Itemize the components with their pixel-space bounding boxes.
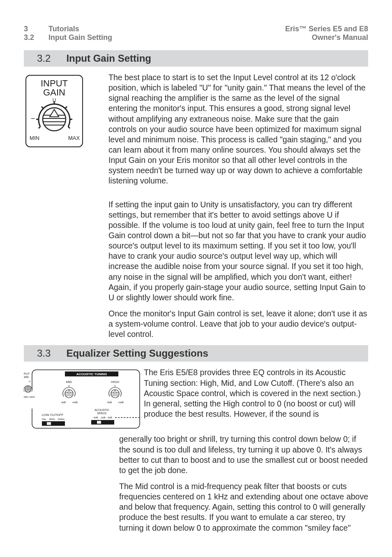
- header-left: 3 Tutorials 3.2 Input Gain Setting: [24, 25, 112, 42]
- banner-label: ACOUSTIC TUNING: [76, 372, 107, 376]
- figure-label-min: MIN: [30, 135, 39, 141]
- para-indent-3-2: If setting the input gain to Unity is un…: [108, 200, 368, 340]
- content-block-3-3: PUT AIN U MIN MAX ACOUSTIC TUNING MID 0: [24, 367, 368, 431]
- para-3-3-1a: The Eris E5/E8 provides three EQ control…: [144, 367, 368, 419]
- mid-plus-label: +6dB: [72, 401, 78, 404]
- acoustic-tuning-figure: PUT AIN U MIN MAX ACOUSTIC TUNING MID 0: [24, 367, 141, 431]
- svg-text:PUT: PUT: [24, 372, 30, 375]
- figure-label-max: MAX: [68, 135, 80, 141]
- header-row-1: 3 Tutorials: [24, 25, 112, 33]
- svg-text:U: U: [29, 380, 30, 383]
- svg-text:ACOUSTIC: ACOUSTIC: [95, 408, 109, 411]
- para-3-3-2: The Mid control is a mid-frequency peak …: [119, 481, 368, 533]
- header-section-num: 3.2: [24, 33, 48, 42]
- svg-text:−: −: [31, 114, 35, 123]
- flat-label: Flat: [42, 418, 46, 420]
- para-3-2-1: The best place to start is to set the In…: [108, 72, 368, 186]
- section-title: Equalizer Setting Suggestions: [66, 348, 208, 359]
- svg-rect-36: [42, 421, 65, 426]
- as-m4: -4dB: [93, 416, 98, 419]
- svg-text:AIN: AIN: [24, 376, 29, 378]
- doc-title: Owner's Manual: [285, 33, 368, 42]
- input-gain-knob-icon: INPUT GAIN U: [25, 75, 83, 147]
- figure-label-gain: GAIN: [43, 87, 65, 97]
- section-heading-3-3: 3.3 Equalizer Setting Suggestions: [24, 345, 368, 362]
- f80-label: 80Hz: [49, 418, 55, 420]
- para-indent-3-3: generally too bright or shrill, try turn…: [119, 434, 368, 533]
- f100-label: 100Hz: [58, 418, 65, 420]
- section-heading-3-2: 3.2 Input Gain Setting: [24, 50, 368, 67]
- input-gain-figure: INPUT GAIN U: [24, 72, 106, 192]
- para-3-2-3: Once the monitor's Input Gain control is…: [108, 309, 368, 339]
- svg-marker-20: [27, 387, 29, 389]
- para-block-right: The best place to start is to set the In…: [106, 72, 368, 192]
- svg-text:SPACE: SPACE: [97, 412, 107, 415]
- as-m2: -2dB: [100, 416, 106, 419]
- product-name: Eris™ Series E5 and E8: [285, 25, 368, 33]
- header-chapter-text: Tutorials: [48, 25, 79, 33]
- svg-marker-35: [113, 390, 117, 393]
- content-block-3-2: INPUT GAIN U: [24, 72, 368, 192]
- svg-rect-37: [47, 422, 51, 425]
- para-3-2-2: If setting the input gain to Unity is un…: [108, 200, 368, 303]
- svg-marker-29: [67, 390, 71, 393]
- as-0: 0dB: [108, 416, 112, 419]
- section-num: 3.2: [37, 53, 51, 64]
- para-block-right-33: The Eris E5/E8 provides three EQ control…: [141, 367, 368, 431]
- svg-text:0: 0: [114, 385, 116, 387]
- svg-rect-40: [91, 420, 114, 425]
- header-chapter-num: 3: [24, 25, 48, 33]
- svg-line-2: [42, 107, 43, 108]
- header-section-text: Input Gain Setting: [48, 33, 112, 42]
- svg-rect-41: [97, 421, 101, 424]
- svg-text:0: 0: [68, 385, 70, 387]
- header-row-2: 3.2 Input Gain Setting: [24, 33, 112, 42]
- mid-minus-label: -6dB: [61, 401, 66, 404]
- mid-label: MID: [66, 380, 72, 384]
- low-cutoff-label: LOW CUTOFF: [42, 413, 64, 417]
- high-minus-label: -6dB: [107, 401, 112, 404]
- header-right: Eris™ Series E5 and E8 Owner's Manual: [285, 25, 368, 42]
- high-plus-label: +6dB: [118, 401, 124, 404]
- svg-text:MIN: MIN: [24, 396, 28, 398]
- section-num: 3.3: [37, 348, 51, 359]
- svg-text:MAX: MAX: [30, 396, 35, 398]
- svg-line-3: [65, 107, 67, 108]
- acoustic-tuning-icon: PUT AIN U MIN MAX ACOUSTIC TUNING MID 0: [24, 367, 141, 431]
- para-3-3-1b: generally too bright or shrill, try turn…: [119, 434, 368, 476]
- section-title: Input Gain Setting: [66, 53, 151, 64]
- svg-marker-11: [50, 109, 59, 117]
- page-header: 3 Tutorials 3.2 Input Gain Setting Eris™…: [24, 25, 368, 42]
- high-label: HIGH: [111, 380, 119, 384]
